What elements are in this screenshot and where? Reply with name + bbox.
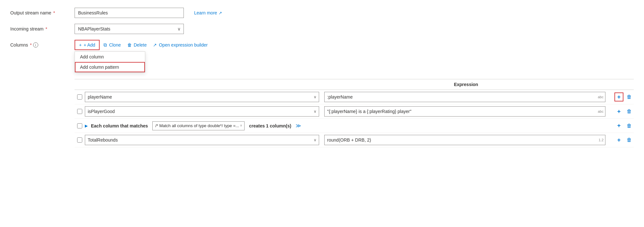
toolbar: + + Add ⧉ Clone 🗑 Delete ↗ Open expressi… — [75, 40, 634, 50]
row3-checkbox[interactable] — [77, 123, 82, 128]
row4-checkbox[interactable] — [77, 137, 82, 143]
pattern-creates-text: creates 1 column(s) — [249, 123, 291, 128]
row2-expr-cell: abc — [322, 106, 608, 117]
row1-name-select[interactable]: playerName — [85, 92, 319, 102]
row1-expr-wrap: abc — [324, 92, 605, 102]
columns-content: + + Add ⧉ Clone 🗑 Delete ↗ Open expressi… — [75, 40, 634, 147]
row4-name-cell: TotalRebounds ∨ — [85, 135, 322, 145]
row4-add-button[interactable]: + — [614, 135, 623, 144]
trash-icon: 🗑 — [127, 42, 132, 48]
output-stream-required: * — [53, 10, 55, 15]
output-stream-input[interactable] — [75, 8, 184, 18]
row2-expr-wrap: abc — [324, 106, 605, 117]
clone-icon: ⧉ — [103, 42, 107, 48]
row1-expr-input[interactable] — [324, 92, 605, 102]
row4-name-select[interactable]: TotalRebounds — [85, 135, 319, 145]
row2-name-select[interactable]: isPlayerGood — [85, 106, 319, 117]
row1-check-cell — [75, 94, 85, 100]
add-column-pattern-item[interactable]: Add column pattern — [75, 62, 145, 72]
pattern-expr-button[interactable]: /* Match all columns of type double*/ ty… — [152, 121, 245, 130]
row1-add-button[interactable]: + — [614, 92, 623, 101]
incoming-stream-select-container: NBAPlayerStats ∨ — [75, 24, 184, 34]
row3-add-button[interactable]: + — [614, 121, 623, 130]
row4-actions-cell: + 🗑 — [608, 135, 634, 144]
columns-required: * — [30, 42, 31, 48]
info-icon: i — [33, 42, 38, 48]
row4-expr-wrap: 1.2 — [324, 135, 605, 145]
clone-label: Clone — [109, 42, 121, 48]
table-row: playerName ∨ abc + 🗑 — [75, 90, 634, 104]
row4-name-select-wrap: TotalRebounds ∨ — [85, 135, 319, 145]
output-stream-label: Output stream name * — [10, 10, 75, 15]
table-header: Expression — [75, 79, 634, 90]
row2-expr-input[interactable] — [324, 106, 605, 117]
row1-checkbox[interactable] — [77, 94, 82, 100]
pattern-expr-close-icon: ᵡ — [240, 124, 242, 128]
delete-button[interactable]: 🗑 Delete — [125, 40, 149, 50]
row1-delete-button[interactable]: 🗑 — [625, 92, 634, 101]
table-row: isPlayerGood ∨ abc + 🗑 — [75, 104, 634, 119]
row2-check-cell — [75, 109, 85, 114]
add-button[interactable]: + + Add — [75, 40, 100, 50]
table-row-pattern: ▶ Each column that matches /* Match all … — [75, 119, 634, 133]
row1-name-select-wrap: playerName ∨ — [85, 92, 319, 102]
pattern-expand-icon[interactable]: ▶ — [85, 124, 88, 128]
learn-more-link[interactable]: Learn more ↗ — [194, 10, 222, 15]
row1-name-cell: playerName ∨ — [85, 92, 322, 102]
external-link-icon: ↗ — [219, 11, 222, 15]
incoming-stream-label: Incoming stream * — [10, 26, 75, 31]
row2-name-select-wrap: isPlayerGood ∨ — [85, 106, 319, 117]
row3-check-cell — [75, 123, 85, 128]
row4-expr-input[interactable] — [324, 135, 605, 145]
header-expr-cell: Expression — [321, 82, 608, 87]
external-icon: ↗ — [153, 42, 157, 48]
table-row: TotalRebounds ∨ 1.2 + 🗑 — [75, 133, 634, 147]
row4-check-cell — [75, 137, 85, 143]
plus-icon: + — [79, 42, 82, 48]
row1-expr-cell: abc — [322, 92, 608, 102]
delete-label: Delete — [134, 42, 147, 48]
incoming-stream-select[interactable]: NBAPlayerStats — [75, 24, 184, 34]
open-expression-builder-button[interactable]: ↗ Open expression builder — [150, 40, 210, 50]
row2-checkbox[interactable] — [77, 109, 82, 114]
open-expr-label: Open expression builder — [159, 42, 208, 48]
columns-label: Columns * i — [10, 40, 75, 48]
row2-actions-cell: + 🗑 — [608, 107, 634, 116]
clone-button[interactable]: ⧉ Clone — [101, 40, 123, 50]
pattern-collapse-button[interactable]: ≫ — [296, 123, 301, 129]
pattern-label-text: Each column that matches — [91, 123, 148, 128]
row2-delete-button[interactable]: 🗑 — [625, 107, 634, 116]
add-column-item[interactable]: Add column — [75, 52, 145, 62]
columns-table: Expression playerName ∨ — [75, 79, 634, 147]
row2-name-cell: isPlayerGood ∨ — [85, 106, 322, 117]
add-column-label: Add column — [80, 54, 104, 59]
pattern-expr-text: /* Match all columns of type double*/ ty… — [155, 123, 239, 128]
learn-more-text: Learn more — [194, 10, 217, 15]
add-dropdown-menu: Add column Add column pattern — [75, 51, 145, 73]
row4-expr-cell: 1.2 — [322, 135, 608, 145]
row4-delete-button[interactable]: 🗑 — [625, 135, 634, 144]
row3-delete-button[interactable]: 🗑 — [625, 121, 634, 130]
row3-actions-cell: + 🗑 — [608, 121, 634, 130]
add-column-pattern-label: Add column pattern — [80, 65, 119, 70]
row2-add-button[interactable]: + — [614, 107, 623, 116]
incoming-stream-required: * — [45, 26, 47, 31]
add-button-label: + Add — [84, 42, 95, 48]
expression-header-text: Expression — [454, 82, 478, 87]
row1-actions-cell: + 🗑 — [608, 92, 634, 101]
